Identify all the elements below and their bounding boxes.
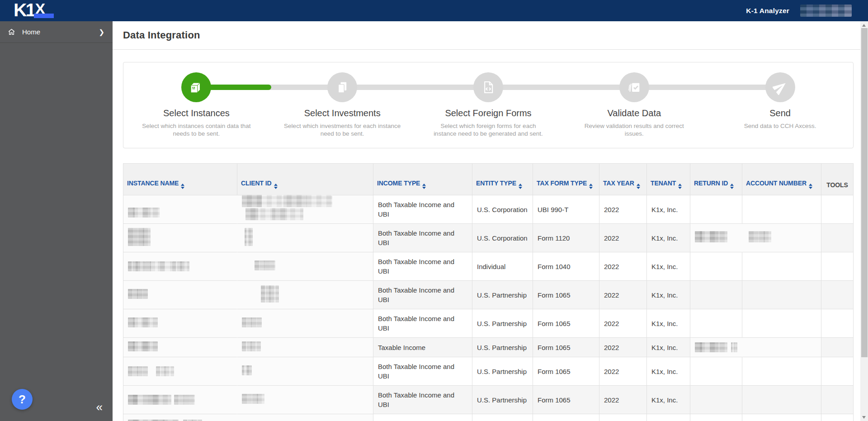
product-name: K-1 Analyzer bbox=[746, 7, 789, 15]
cell-return-id bbox=[690, 252, 742, 281]
cell-client-id-redacted bbox=[237, 281, 373, 309]
step-circle bbox=[327, 72, 357, 102]
table-row[interactable]: Both Taxable Income and UBI U.S. Corpora… bbox=[123, 224, 853, 252]
cell-client-id-redacted bbox=[237, 309, 373, 338]
sort-icon bbox=[181, 184, 184, 189]
step-select-foreign-forms[interactable]: Select Foreign Forms Select which foreig… bbox=[415, 72, 561, 148]
help-button[interactable]: ? bbox=[12, 389, 33, 410]
col-header-income-type[interactable]: INCOME TYPE bbox=[373, 164, 472, 195]
cell-return-id-redacted bbox=[690, 224, 742, 252]
cell-entity-type: U.S. Partnership bbox=[472, 281, 533, 309]
sidebar-item-label: Home bbox=[22, 28, 40, 36]
cell-client-id-redacted bbox=[237, 252, 373, 281]
table-row[interactable]: Both Taxable Income and UBI U.S. Partner… bbox=[123, 386, 853, 414]
col-header-return-id[interactable]: RETURN ID bbox=[690, 164, 742, 195]
documents-icon bbox=[335, 80, 350, 95]
cell-tenant bbox=[647, 414, 690, 421]
cell-tax-year: 2022 bbox=[599, 281, 647, 309]
cell-tenant: K1x, Inc. bbox=[647, 252, 690, 281]
user-name-redacted[interactable] bbox=[800, 5, 852, 17]
sort-icon bbox=[809, 184, 812, 189]
sort-icon bbox=[274, 184, 278, 189]
step-select-investments[interactable]: Select Investments Select which investme… bbox=[269, 72, 415, 148]
cell-tools bbox=[821, 414, 853, 421]
cell-instance-name-redacted bbox=[123, 224, 237, 252]
cell-tax-form-type bbox=[533, 414, 599, 421]
sort-icon bbox=[637, 184, 640, 189]
cell-return-id bbox=[690, 386, 742, 414]
cell-client-id-redacted bbox=[237, 357, 373, 386]
cell-tax-year: 2022 bbox=[599, 386, 647, 414]
table-row[interactable]: Both Taxable Income and UBI U.S. Partner… bbox=[123, 309, 853, 338]
step-title: Select Foreign Forms bbox=[445, 108, 531, 118]
instances-table: INSTANCE NAME CLIENT ID INCOME TYPE ENTI… bbox=[123, 163, 854, 421]
cell-tools bbox=[821, 281, 853, 309]
cell-tools bbox=[821, 195, 853, 224]
cell-instance-name-redacted bbox=[123, 414, 237, 421]
cell-income-type: Both Taxable Income and UBI bbox=[373, 414, 472, 421]
cell-tenant: K1x, Inc. bbox=[647, 224, 690, 252]
table-row-partial[interactable]: Both Taxable Income and UBI bbox=[123, 414, 853, 421]
cell-income-type: Both Taxable Income and UBI bbox=[373, 281, 472, 309]
table-row[interactable]: Both Taxable Income and UBI Individual F… bbox=[123, 252, 853, 281]
sort-icon bbox=[730, 184, 734, 189]
col-header-client-id[interactable]: CLIENT ID bbox=[237, 164, 373, 195]
cell-return-id bbox=[690, 414, 742, 421]
k1x-logo[interactable]: K1X bbox=[14, 0, 44, 21]
cell-account-number bbox=[742, 357, 821, 386]
cell-tax-form-type: Form 1065 bbox=[533, 386, 599, 414]
cell-instance-name-redacted bbox=[123, 281, 237, 309]
cell-instance-name-redacted bbox=[123, 195, 237, 224]
chevron-right-icon[interactable]: ❯ bbox=[99, 28, 104, 36]
collapse-sidebar-button[interactable]: « bbox=[96, 401, 103, 413]
scrollbar-thumb[interactable] bbox=[861, 28, 868, 357]
cell-tenant: K1x, Inc. bbox=[647, 195, 690, 224]
step-title: Validate Data bbox=[607, 108, 661, 118]
stepper: Select Instances Select which instances … bbox=[123, 62, 854, 148]
col-header-account-number[interactable]: ACCOUNT NUMBER bbox=[742, 164, 821, 195]
cell-account-number bbox=[742, 195, 821, 224]
cell-income-type: Both Taxable Income and UBI bbox=[373, 386, 472, 414]
step-validate-data[interactable]: Validate Data Review validation results … bbox=[561, 72, 707, 148]
col-header-tax-form-type[interactable]: TAX FORM TYPE bbox=[533, 164, 599, 195]
send-icon bbox=[773, 80, 788, 95]
step-circle-active bbox=[181, 72, 211, 102]
cell-tools bbox=[821, 357, 853, 386]
cell-account-number-redacted bbox=[742, 224, 821, 252]
cell-instance-name-redacted bbox=[123, 386, 237, 414]
cell-tax-year bbox=[599, 414, 647, 421]
col-header-tax-year[interactable]: TAX YEAR bbox=[599, 164, 647, 195]
sidebar-item-home[interactable]: Home ❯ bbox=[0, 21, 113, 43]
home-icon bbox=[7, 28, 16, 36]
table-row[interactable]: Both Taxable Income and UBI U.S. Corpora… bbox=[123, 195, 853, 224]
cell-account-number bbox=[742, 309, 821, 338]
cell-tax-form-type: Form 1120 bbox=[533, 224, 599, 252]
cell-entity-type: U.S. Partnership bbox=[472, 309, 533, 338]
table-header-row: INSTANCE NAME CLIENT ID INCOME TYPE ENTI… bbox=[123, 164, 853, 195]
step-select-instances[interactable]: Select Instances Select which instances … bbox=[123, 72, 269, 148]
sort-icon bbox=[519, 184, 522, 189]
vertical-scrollbar[interactable] bbox=[860, 21, 868, 421]
scroll-up-arrow-icon[interactable] bbox=[862, 24, 866, 27]
cell-tenant: K1x, Inc. bbox=[647, 386, 690, 414]
col-header-entity-type[interactable]: ENTITY TYPE bbox=[472, 164, 533, 195]
step-circle bbox=[619, 72, 649, 102]
col-header-instance-name[interactable]: INSTANCE NAME bbox=[123, 164, 237, 195]
cell-tax-form-type: UBI 990-T bbox=[533, 195, 599, 224]
scroll-down-arrow-icon[interactable] bbox=[862, 416, 866, 419]
table-row[interactable]: Both Taxable Income and UBI U.S. Partner… bbox=[123, 357, 853, 386]
cell-tools bbox=[821, 386, 853, 414]
cell-tenant: K1x, Inc. bbox=[647, 357, 690, 386]
cell-account-number bbox=[742, 252, 821, 281]
table-row[interactable]: Both Taxable Income and UBI U.S. Partner… bbox=[123, 281, 853, 309]
cell-instance-name-redacted bbox=[123, 252, 237, 281]
col-header-tenant[interactable]: TENANT bbox=[647, 164, 690, 195]
cell-income-type: Both Taxable Income and UBI bbox=[373, 195, 472, 224]
step-title: Send bbox=[769, 108, 791, 118]
table-row[interactable]: Taxable Income U.S. Partnership Form 106… bbox=[123, 338, 853, 357]
sort-icon bbox=[422, 184, 426, 189]
cell-tax-year: 2022 bbox=[599, 252, 647, 281]
cell-tax-form-type: Form 1065 bbox=[533, 281, 599, 309]
step-send[interactable]: Send Send data to CCH Axcess. bbox=[707, 72, 853, 148]
cell-tax-year: 2022 bbox=[599, 309, 647, 338]
